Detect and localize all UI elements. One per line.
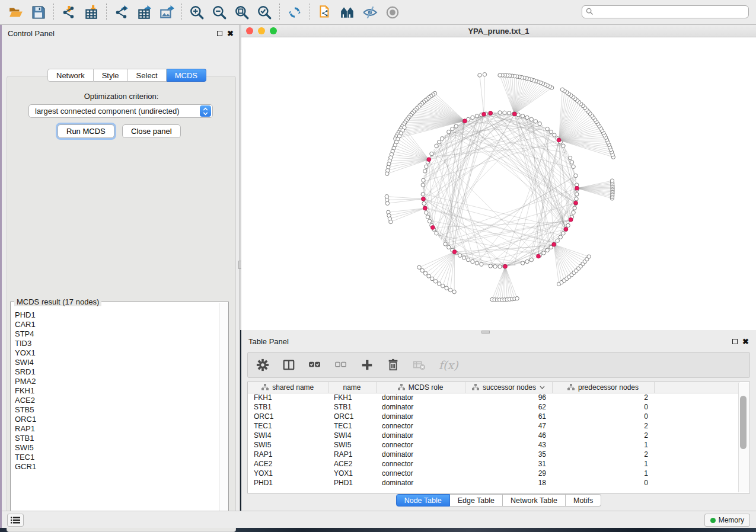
tab-network-table[interactable]: Network Table	[503, 494, 566, 507]
close-table-panel-icon[interactable]: ✖	[742, 339, 749, 344]
close-panel-button[interactable]: Close panel	[122, 124, 181, 138]
mcds-node-item[interactable]: ACE2	[15, 396, 218, 405]
mcds-node-item[interactable]: GCR1	[15, 462, 218, 472]
toolbar-separator	[310, 4, 310, 21]
delete-table-icon	[413, 358, 426, 371]
export-table-icon[interactable]	[133, 2, 155, 23]
split-view-icon[interactable]	[282, 358, 295, 371]
mcds-list-scrollbar[interactable]	[219, 303, 228, 520]
export-network-icon[interactable]	[110, 2, 133, 23]
mcds-result-list[interactable]: PHD1CAR1STP4TID3YOX1SWI4SRD1PMA2FKH1ACE2…	[11, 306, 218, 521]
zoom-selected-icon[interactable]	[253, 2, 276, 23]
mcds-node-item[interactable]: CAR1	[15, 320, 218, 329]
table-cell: PHD1	[328, 478, 376, 488]
memory-status-dot	[710, 518, 716, 523]
zoom-out-icon[interactable]	[208, 2, 231, 23]
mcds-node-item[interactable]: PMA2	[15, 377, 218, 386]
refresh-icon[interactable]	[283, 2, 306, 23]
mcds-node-item[interactable]: SWI4	[15, 358, 218, 367]
table-cell: 47	[465, 421, 552, 431]
mcds-node-item[interactable]: YOX1	[15, 348, 218, 358]
mcds-node-item[interactable]: TEC1	[15, 453, 218, 462]
table-cell: 2	[552, 421, 654, 431]
table-scrollbar-thumb[interactable]	[740, 396, 747, 449]
import-network-icon[interactable]	[58, 2, 80, 23]
table-row[interactable]: SWI4SWI4dominator462	[248, 431, 740, 440]
tab-network[interactable]: Network	[47, 69, 94, 82]
memory-button[interactable]: Memory	[704, 514, 750, 527]
export-image-icon[interactable]	[155, 2, 178, 23]
save-session-icon[interactable]	[27, 2, 50, 23]
network-window-titlebar[interactable]: YPA_prune.txt_1	[241, 25, 756, 37]
list-icon	[11, 517, 20, 524]
new-network-from-selection-icon[interactable]	[314, 2, 336, 23]
network-graph-canvas[interactable]	[241, 37, 755, 329]
mcds-node-item[interactable]: PHD1	[15, 310, 218, 320]
search-input[interactable]	[582, 5, 749, 18]
column-header-name[interactable]: name	[328, 382, 376, 393]
table-row[interactable]: RAP1RAP1dominator352	[248, 450, 740, 459]
tab-select[interactable]: Select	[128, 69, 167, 82]
table-cell: 43	[465, 440, 552, 450]
table-row[interactable]: YOX1YOX1connector291	[248, 469, 740, 478]
mcds-node-item[interactable]: FKH1	[15, 386, 218, 396]
table-cell: SWI4	[328, 431, 376, 440]
close-panel-icon[interactable]: ✖	[227, 31, 234, 36]
delete-column-icon[interactable]	[387, 358, 400, 371]
table-cell: 0	[552, 402, 654, 412]
table-row[interactable]: TEC1TEC1connector472	[248, 421, 740, 431]
column-header-predecessor-nodes[interactable]: predecessor nodes	[552, 382, 654, 393]
tab-mcds[interactable]: MCDS	[167, 69, 206, 82]
table-row[interactable]: ORC1ORC1dominator610	[248, 412, 740, 421]
deselect-all-icon[interactable]	[334, 358, 347, 371]
float-table-panel-icon[interactable]	[732, 339, 738, 344]
table-panel-title: Table Panel	[248, 337, 289, 346]
table-cell: 1	[552, 459, 654, 469]
first-neighbors-icon[interactable]	[336, 2, 359, 23]
tab-node-table[interactable]: Node Table	[396, 494, 450, 507]
table-cell: 2	[552, 431, 654, 440]
add-column-icon[interactable]	[361, 358, 374, 371]
table-cell: SWI5	[328, 440, 376, 450]
control-panel-title: Control Panel	[8, 29, 55, 38]
mcds-node-item[interactable]: ORC1	[15, 415, 218, 424]
zoom-fit-icon[interactable]	[231, 2, 253, 23]
hide-selected-icon[interactable]	[359, 2, 381, 23]
zoom-in-icon[interactable]	[186, 2, 208, 23]
mcds-node-item[interactable]: RAP1	[15, 424, 218, 434]
table-cell: RAP1	[328, 450, 376, 459]
tab-motifs[interactable]: Motifs	[566, 494, 601, 507]
import-table-icon[interactable]	[80, 2, 103, 23]
mcds-node-item[interactable]: SWI5	[15, 443, 218, 453]
mcds-node-item[interactable]: STB5	[15, 405, 218, 415]
table-cell: dominator	[376, 402, 465, 412]
open-session-icon[interactable]	[5, 2, 27, 23]
table-row[interactable]: FKH1FKH1dominator962	[248, 393, 740, 402]
mcds-node-item[interactable]: STB1	[15, 434, 218, 443]
table-row[interactable]: PHD1PHD1dominator180	[248, 478, 740, 488]
table-cell: dominator	[376, 450, 465, 459]
task-history-button[interactable]	[7, 514, 24, 527]
table-cell: 2	[552, 393, 654, 402]
mcds-node-item[interactable]: SRD1	[15, 367, 218, 377]
table-row[interactable]: SWI5SWI5connector431	[248, 440, 740, 450]
table-row[interactable]: STB1STB1dominator620	[248, 402, 740, 412]
table-cell: dominator	[376, 412, 465, 421]
mcds-node-item[interactable]: TID3	[15, 339, 218, 348]
show-all-icon[interactable]	[381, 2, 404, 23]
memory-label: Memory	[719, 516, 744, 524]
tab-style[interactable]: Style	[94, 69, 128, 82]
mcds-node-item[interactable]: STP4	[15, 329, 218, 339]
run-mcds-button[interactable]: Run MCDS	[58, 124, 114, 138]
tab-edge-table[interactable]: Edge Table	[450, 494, 503, 507]
table-settings-icon[interactable]	[256, 358, 269, 371]
column-header-MCDS-role[interactable]: MCDS role	[376, 382, 465, 393]
table-row[interactable]: ACE2ACE2connector311	[248, 459, 740, 469]
table-cell: PHD1	[248, 478, 328, 488]
column-header-shared-name[interactable]: shared name	[248, 382, 328, 393]
optimization-criterion-select[interactable]: largest connected component (undirected)	[28, 104, 213, 118]
select-all-icon[interactable]	[308, 358, 321, 371]
column-header-successor-nodes[interactable]: successor nodes	[465, 382, 552, 393]
table-cell: 96	[465, 393, 552, 402]
float-panel-icon[interactable]	[217, 31, 222, 36]
